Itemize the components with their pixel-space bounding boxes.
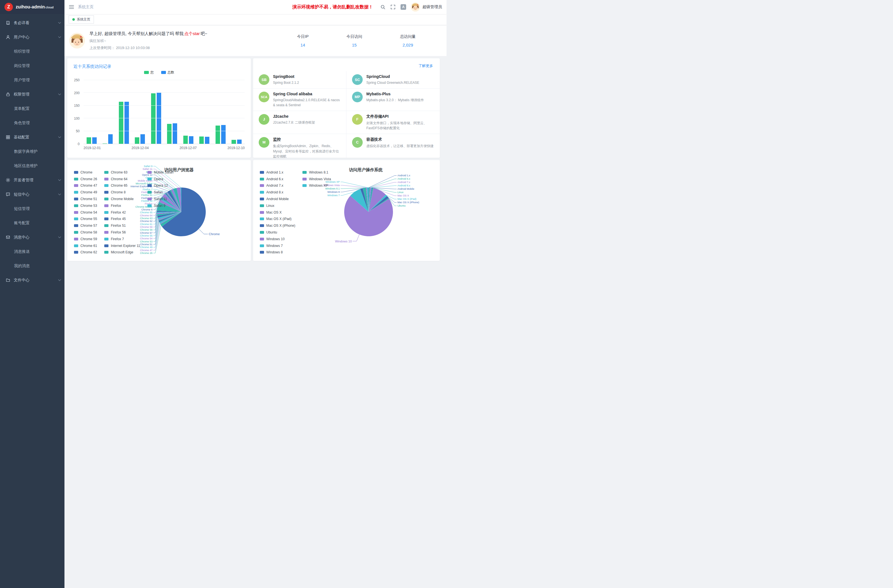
feature-text: SpringBootSpring Boot 2.1.2 (273, 74, 299, 86)
legend-item-Chrome 58[interactable]: Chrome 58 (74, 229, 97, 236)
sidebar-item-15[interactable]: 消息中心 (0, 230, 65, 244)
sidebar-subitem-17[interactable]: 我的消息 (0, 259, 65, 273)
legend-item-Safari 9[interactable]: Safari 9 (147, 202, 173, 209)
sidebar-subitem-10[interactable]: 地区信息维护 (0, 159, 65, 173)
feature-desc: Spring Cloud Greenwich.RELEASE (366, 80, 419, 86)
legend-item-Chrome Mobile[interactable]: Chrome Mobile (104, 195, 140, 202)
sidebar-subitem-14[interactable]: 账号配置 (0, 216, 65, 230)
sidebar-item-1[interactable]: 用户中心 (0, 30, 65, 44)
stat-value: 2,029 (400, 43, 416, 47)
legend-item-Safari 11[interactable]: Safari 11 (147, 195, 173, 202)
user-avatar[interactable] (410, 2, 420, 12)
search-icon[interactable] (380, 5, 385, 9)
sidebar-subitem-6[interactable]: 菜单配置 (0, 101, 65, 116)
app-logo: Z zuihou-admincloud (0, 0, 65, 14)
feature-title: Mybatis-Plus (366, 92, 424, 96)
legend-item-总数[interactable]: 总数 (161, 70, 174, 75)
legend-swatch (302, 171, 307, 174)
sidebar-subitem-4[interactable]: 用户管理 (0, 73, 65, 87)
legend-item-Chrome 59[interactable]: Chrome 59 (74, 236, 97, 242)
legend-item-Chrome 57[interactable]: Chrome 57 (74, 222, 97, 229)
legend-item-Chrome 51[interactable]: Chrome 51 (74, 195, 97, 202)
sidebar-subitem-9[interactable]: 数据字典维护 (0, 144, 65, 159)
legend-item-Firefox 7[interactable]: Firefox 7 (104, 236, 140, 242)
username[interactable]: 超级管理员 (422, 5, 442, 9)
bar-chart-plot (84, 80, 245, 144)
feature-title: Spring Cloud alibaba (273, 92, 341, 96)
sidebar-item-8[interactable]: 基础配置 (0, 130, 65, 144)
legend-swatch (104, 211, 108, 214)
legend-item-Opera 12[interactable]: Opera 12 (147, 182, 173, 189)
legend-item-Chrome 8[interactable]: Chrome 8 (104, 189, 140, 195)
os-pie-card: 访问用户操作系统 Android 1.xAndroid 6.xAndroid 7… (253, 160, 440, 261)
legend-item-Internet Explorer 11[interactable]: Internet Explorer 11 (104, 242, 140, 249)
legend-label: Firefox 42 (111, 211, 126, 214)
legend-item-Chrome 53[interactable]: Chrome 53 (74, 202, 97, 209)
legend-label: Ubuntu (266, 230, 277, 234)
bar-group-2019-12-04 (132, 134, 148, 144)
sidebar-item-18[interactable]: 文件中心 (0, 273, 65, 287)
legend-item-Windows 10[interactable]: Windows 10 (260, 236, 295, 242)
legend-item-Android 8.x[interactable]: Android 8.x (260, 189, 295, 195)
sidebar-item-12[interactable]: 短信中心 (0, 187, 65, 202)
sidebar-subitem-16[interactable]: 消息推送 (0, 244, 65, 259)
legend-item-Android 6.x[interactable]: Android 6.x (260, 176, 295, 182)
brand: zuihou-admincloud (16, 5, 54, 9)
sidebar-item-11[interactable]: 开发者管理 (0, 173, 65, 187)
legend-item-Android Mobile[interactable]: Android Mobile (260, 195, 295, 202)
star-link[interactable]: 点个star (185, 31, 200, 36)
sidebar-item-5[interactable]: 权限管理 (0, 87, 65, 101)
sidebar-item-0[interactable]: 务必详看 (0, 16, 65, 30)
y-tick-label: 50 (76, 129, 80, 133)
legend-item-Chrome 49[interactable]: Chrome 49 (74, 189, 97, 195)
bar-您-2019-12-06 (167, 124, 171, 144)
legend-item-Firefox 51[interactable]: Firefox 51 (104, 222, 140, 229)
legend-item-Chrome 55[interactable]: Chrome 55 (74, 216, 97, 223)
hamburger-icon[interactable] (69, 5, 74, 9)
legend-item-Windows 7[interactable]: Windows 7 (260, 242, 295, 249)
fullscreen-icon[interactable] (391, 5, 395, 9)
tab-home[interactable]: 系统主页 (69, 15, 94, 24)
legend-item-Ubuntu[interactable]: Ubuntu (260, 229, 295, 236)
bar-总数-2019-12-04 (140, 134, 145, 144)
font-size-icon[interactable]: A (400, 4, 406, 10)
legend-item-Chrome 65[interactable]: Chrome 65 (104, 182, 140, 189)
legend-item-Safari[interactable]: Safari (147, 189, 173, 195)
chevron-down-icon (58, 278, 61, 281)
legend-item-Firefox 56[interactable]: Firefox 56 (104, 229, 140, 236)
legend-item-Chrome 47[interactable]: Chrome 47 (74, 182, 97, 189)
legend-item-Chrome 54[interactable]: Chrome 54 (74, 209, 97, 216)
bar-chart-title: 近十天系统访问记录 (74, 64, 111, 69)
legend-item-Chrome[interactable]: Chrome (74, 169, 97, 176)
legend-item-Mac OS X (iPad)[interactable]: Mac OS X (iPad) (260, 216, 295, 223)
legend-item-Firefox 42[interactable]: Firefox 42 (104, 209, 140, 216)
legend-label: Chrome 57 (80, 224, 97, 227)
legend-item-Chrome 64[interactable]: Chrome 64 (104, 176, 140, 182)
legend-item-Chrome 62[interactable]: Chrome 62 (74, 249, 97, 256)
sidebar-subitem-3[interactable]: 岗位管理 (0, 59, 65, 73)
sidebar-subitem-13[interactable]: 短信管理 (0, 202, 65, 216)
legend-item-Microsoft Edge[interactable]: Microsoft Edge (104, 249, 140, 256)
sidebar-subitem-7[interactable]: 角色管理 (0, 116, 65, 130)
legend-item-Mac OS X (iPhone)[interactable]: Mac OS X (iPhone) (260, 222, 295, 229)
breadcrumb[interactable]: 系统主页 (78, 5, 94, 9)
sidebar-subitem-2[interactable]: 组织管理 (0, 44, 65, 59)
legend-item-您[interactable]: 您 (144, 70, 154, 75)
legend-item-Opera[interactable]: Opera (147, 176, 173, 182)
legend-item-Chrome 26[interactable]: Chrome 26 (74, 176, 97, 182)
legend-item-Windows 8[interactable]: Windows 8 (260, 249, 295, 256)
legend-item-Mac OS X[interactable]: Mac OS X (260, 209, 295, 216)
legend-item-Windows XP[interactable]: Windows XP (302, 182, 331, 189)
x-tick-label (101, 146, 116, 150)
legend-item-Android 1.x[interactable]: Android 1.x (260, 169, 295, 176)
legend-item-Windows Vista[interactable]: Windows Vista (302, 176, 331, 182)
learn-more-link[interactable]: 了解更多 (418, 63, 433, 68)
legend-item-Firefox 45[interactable]: Firefox 45 (104, 216, 140, 223)
legend-item-Windows 8.1[interactable]: Windows 8.1 (302, 169, 331, 176)
legend-item-Chrome 61[interactable]: Chrome 61 (74, 242, 97, 249)
legend-item-Linux[interactable]: Linux (260, 202, 295, 209)
legend-item-Android 7.x[interactable]: Android 7.x (260, 182, 295, 189)
legend-swatch (104, 244, 108, 247)
legend-item-Chrome 63[interactable]: Chrome 63 (104, 169, 140, 176)
legend-item-Firefox[interactable]: Firefox (104, 202, 140, 209)
